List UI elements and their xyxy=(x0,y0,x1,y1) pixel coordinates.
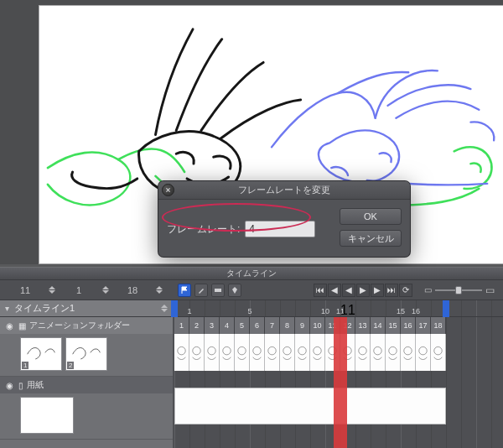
frame-thumb[interactable] xyxy=(416,334,431,371)
frame-thumb[interactable] xyxy=(250,334,265,371)
svg-point-4 xyxy=(223,346,231,354)
frame-thumb[interactable] xyxy=(355,334,371,371)
visibility-icon[interactable]: ◉ xyxy=(3,381,15,390)
svg-point-17 xyxy=(419,346,427,354)
zoom-slider[interactable]: ▭▭ xyxy=(424,284,495,296)
timeline-toolbar: 11 1 18 ⏮ ◀ ◀ ▶ ▶ ⏭ ⟳ ▭▭ xyxy=(0,280,503,300)
play-back-icon[interactable]: ◀ xyxy=(342,284,355,297)
frame-thumb[interactable] xyxy=(280,334,295,371)
folder-icon: ▦ xyxy=(18,321,26,331)
frame-cell[interactable]: 6 xyxy=(250,317,265,334)
frame-cell[interactable]: 13 xyxy=(355,317,371,334)
dialog-titlebar[interactable]: フレームレートを変更 xyxy=(158,181,410,200)
goto-start-icon[interactable]: ⏮ xyxy=(314,284,327,297)
svg-point-5 xyxy=(238,346,246,354)
frame-cell[interactable]: 3 xyxy=(205,317,220,334)
tb-field-b[interactable]: 1 xyxy=(65,285,92,295)
flag-icon[interactable] xyxy=(178,284,191,297)
goto-end-icon[interactable]: ⏭ xyxy=(385,284,398,297)
frame-thumb[interactable] xyxy=(431,334,446,371)
frame-thumb[interactable] xyxy=(386,334,401,371)
svg-point-10 xyxy=(314,346,321,354)
edit-icon[interactable] xyxy=(194,284,208,297)
svg-point-7 xyxy=(268,346,276,354)
svg-point-14 xyxy=(374,346,381,354)
paper-clip[interactable] xyxy=(174,388,446,425)
frame-cell[interactable]: 16 xyxy=(401,317,416,334)
frame-cell[interactable]: 15 xyxy=(386,317,401,334)
svg-rect-0 xyxy=(215,289,221,292)
tb-field-a[interactable]: 11 xyxy=(12,285,39,295)
svg-point-13 xyxy=(359,346,366,354)
frame-thumb[interactable] xyxy=(189,334,205,371)
playback-controls: ⏮ ◀ ◀ ▶ ▶ ⏭ ⟳ xyxy=(314,284,412,297)
frame-cell[interactable]: 4 xyxy=(220,317,235,334)
loop-icon[interactable]: ⟳ xyxy=(399,284,412,297)
frame-thumb[interactable] xyxy=(371,334,386,371)
timeline-name: タイムライン1 xyxy=(14,302,75,315)
page-icon: ▯ xyxy=(18,381,23,390)
tb-field-c[interactable]: 18 xyxy=(119,285,146,295)
timeline-panel-title: タイムライン xyxy=(0,267,503,280)
keyframe-thumb[interactable]: 2 xyxy=(65,337,107,371)
frame-thumb[interactable] xyxy=(310,334,325,371)
svg-point-3 xyxy=(208,346,215,354)
frame-thumb[interactable] xyxy=(220,334,235,371)
folder-track-header[interactable]: ◉ ▦ アニメーションフォルダー xyxy=(0,317,173,334)
visibility-icon[interactable]: ◉ xyxy=(3,321,15,331)
frame-thumb[interactable] xyxy=(295,334,310,371)
stepper-a[interactable] xyxy=(49,286,55,294)
marker-icon[interactable] xyxy=(228,284,241,297)
timeline-track-header[interactable]: ▾ タイムライン1 xyxy=(0,300,173,316)
svg-point-6 xyxy=(253,346,261,354)
svg-point-16 xyxy=(404,346,412,354)
svg-point-15 xyxy=(389,346,397,354)
frame-cell[interactable]: 17 xyxy=(416,317,431,334)
timeline-tracks-area[interactable]: 123456789101112131415161718 xyxy=(173,317,503,448)
frame-cell[interactable]: 7 xyxy=(265,317,280,334)
svg-point-1 xyxy=(178,346,185,354)
frame-cell[interactable]: 8 xyxy=(280,317,295,334)
stepper-b[interactable] xyxy=(102,286,109,294)
timeline-ruler[interactable]: 151011151611 xyxy=(173,300,503,316)
svg-point-8 xyxy=(283,346,291,354)
folder-name: アニメーションフォルダー xyxy=(29,320,130,331)
frame-thumb[interactable] xyxy=(265,334,280,371)
frame-cell[interactable]: 18 xyxy=(431,317,446,334)
framerate-label: フレームレート: xyxy=(167,222,240,237)
paper-thumb[interactable] xyxy=(20,397,74,434)
frame-cell[interactable]: 5 xyxy=(235,317,250,334)
paper-thumbs xyxy=(0,393,173,439)
ok-button[interactable]: OK xyxy=(340,208,402,225)
frame-thumb[interactable] xyxy=(401,334,416,371)
play-icon[interactable]: ▶ xyxy=(356,284,370,297)
stepper-c[interactable] xyxy=(156,286,163,294)
frame-cell[interactable]: 9 xyxy=(295,317,310,334)
prev-frame-icon[interactable]: ◀ xyxy=(328,284,341,297)
svg-point-18 xyxy=(434,346,442,354)
frame-cell[interactable]: 14 xyxy=(371,317,386,334)
playhead[interactable] xyxy=(334,317,347,448)
next-frame-icon[interactable]: ▶ xyxy=(371,284,384,297)
paper-track-header[interactable]: ◉ ▯ 用紙 xyxy=(0,377,173,393)
frame-cell[interactable]: 10 xyxy=(310,317,325,334)
svg-point-9 xyxy=(298,346,306,354)
track-stepper[interactable] xyxy=(161,305,168,312)
clip-icon[interactable] xyxy=(211,284,225,297)
folder-thumbs: 12 xyxy=(0,334,173,376)
dialog-title-text: フレームレートを変更 xyxy=(238,184,330,196)
frame-cell[interactable]: 2 xyxy=(189,317,205,334)
chevron-down-icon: ▾ xyxy=(5,304,9,313)
frame-thumb[interactable] xyxy=(235,334,250,371)
cancel-button[interactable]: キャンセル xyxy=(340,230,402,247)
framerate-input[interactable] xyxy=(245,221,315,237)
timeline-panel: タイムライン 11 1 18 ⏮ ◀ ◀ ▶ ▶ ⏭ ⟳ ▭▭ xyxy=(0,267,503,448)
frame-cell[interactable]: 1 xyxy=(174,317,189,334)
svg-point-2 xyxy=(193,346,200,354)
framerate-dialog: フレームレートを変更 フレームレート: OK キャンセル xyxy=(158,181,410,257)
paper-name: 用紙 xyxy=(27,379,44,391)
close-icon[interactable] xyxy=(162,184,174,196)
frame-thumb[interactable] xyxy=(205,334,220,371)
keyframe-thumb[interactable]: 1 xyxy=(20,337,62,371)
frame-thumb[interactable] xyxy=(174,334,189,371)
